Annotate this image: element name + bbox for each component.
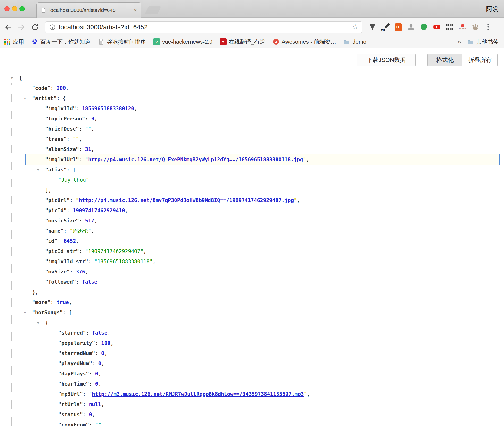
browser-toolbar: localhost:3000/artists?id=6452 ☆ en FE P… bbox=[0, 17, 504, 36]
bookmark-other-bookmarks[interactable]: 其他书签 bbox=[467, 38, 499, 46]
collapse-toggle-icon[interactable]: ▼ bbox=[22, 94, 28, 104]
bookmark-item[interactable]: Y在线翻译_有道 bbox=[220, 38, 265, 46]
bookmark-item[interactable]: 百度一下，你就知道 bbox=[31, 38, 91, 46]
format-tab[interactable]: 格式化 bbox=[428, 54, 462, 66]
json-token: " bbox=[303, 157, 306, 162]
json-line: "mp3Url": "http://m2.music.126.net/RMJR7… bbox=[0, 389, 504, 399]
json-token: : bbox=[95, 350, 101, 356]
json-token: "alias" bbox=[45, 167, 67, 173]
json-token: , bbox=[91, 146, 94, 152]
json-token: "hearTime" bbox=[58, 381, 89, 387]
qrcode-extension-icon[interactable] bbox=[445, 23, 454, 31]
json-token: 6452 bbox=[64, 238, 76, 244]
json-line: }, bbox=[0, 287, 504, 297]
paw-extension-icon[interactable] bbox=[471, 23, 480, 31]
json-token: true bbox=[57, 299, 69, 305]
bookmarks-overflow-chevron[interactable]: » bbox=[457, 38, 461, 46]
profile-name[interactable]: 阿发 bbox=[486, 5, 499, 13]
shield-extension-icon[interactable] bbox=[420, 23, 428, 31]
collapse-toggle-icon[interactable]: ▼ bbox=[22, 308, 28, 318]
profile-extension-icon[interactable] bbox=[407, 23, 415, 31]
fehelper-extension-icon[interactable]: FE bbox=[394, 23, 403, 31]
json-token: 0 bbox=[98, 361, 101, 366]
json-token: : bbox=[79, 248, 85, 254]
window-zoom-button[interactable] bbox=[19, 6, 25, 11]
bookmark-label: demo bbox=[352, 39, 366, 45]
reload-button[interactable] bbox=[30, 22, 40, 32]
json-token: : bbox=[79, 157, 85, 162]
page-info-icon[interactable] bbox=[49, 24, 56, 31]
json-token: ], bbox=[45, 187, 51, 193]
json-line: "id": 6452, bbox=[0, 236, 504, 246]
json-token: , bbox=[94, 116, 97, 122]
address-bar[interactable]: localhost:3000/artists?id=6452 ☆ bbox=[45, 21, 362, 33]
json-line: "name": "周杰伦", bbox=[0, 226, 504, 236]
json-token: " bbox=[76, 197, 79, 203]
json-token: { bbox=[45, 320, 48, 326]
json-token: , bbox=[134, 106, 137, 111]
json-token: , bbox=[91, 126, 94, 132]
json-token: : bbox=[76, 106, 82, 111]
json-line: ], bbox=[0, 185, 504, 195]
collapse-toggle-icon[interactable]: ▼ bbox=[35, 318, 41, 328]
json-token: , bbox=[297, 197, 300, 203]
bookmark-star-icon[interactable]: ☆ bbox=[352, 22, 359, 31]
json-url-link[interactable]: http://p4.music.126.net/8mv7qP30Pd3oHW8b… bbox=[79, 197, 294, 203]
new-tab-button[interactable] bbox=[145, 6, 161, 14]
json-token: "popularity" bbox=[58, 340, 95, 346]
json-line: "img1v1Id": 18569651883380120, bbox=[0, 103, 504, 114]
bookmark-item[interactable]: AAwesomes - 前端资… bbox=[273, 38, 336, 46]
translate-extension-icon[interactable]: en bbox=[381, 23, 390, 31]
window-close-button[interactable] bbox=[4, 6, 10, 11]
fehelper-label: FE bbox=[395, 23, 402, 31]
bookmark-label: 其他书签 bbox=[476, 38, 499, 46]
bookmark-label: 应用 bbox=[13, 38, 24, 46]
browser-menu-icon[interactable] bbox=[484, 23, 493, 31]
json-token: 0 bbox=[91, 116, 94, 122]
json-token: "19097417462929407" bbox=[85, 248, 143, 254]
json-token: null bbox=[89, 401, 101, 407]
json-token: , bbox=[79, 136, 82, 142]
json-line: "albumSize": 31, bbox=[0, 144, 504, 154]
flag-extension-icon[interactable] bbox=[368, 23, 377, 31]
url-text[interactable]: localhost:3000/artists?id=6452 bbox=[59, 24, 148, 31]
json-token: : bbox=[58, 238, 64, 244]
json-token: : bbox=[70, 197, 76, 203]
forward-button[interactable] bbox=[16, 22, 27, 32]
window-minimize-button[interactable] bbox=[12, 6, 17, 11]
collapse-toggle-icon[interactable]: ▼ bbox=[35, 165, 41, 175]
json-line: "mvSize": 376, bbox=[0, 267, 504, 277]
json-line: "topicPerson": 0, bbox=[0, 114, 504, 124]
json-token: "img1v1Id" bbox=[45, 106, 76, 111]
bookmark-item[interactable]: Vvue-hackernews-2.0 bbox=[153, 38, 212, 45]
json-token: : bbox=[89, 381, 95, 387]
json-token: , bbox=[153, 259, 156, 264]
translate-label: en bbox=[381, 27, 385, 31]
json-line: "dayPlays": 0, bbox=[0, 369, 504, 379]
collapse-all-tab[interactable]: 折叠所有 bbox=[462, 54, 497, 66]
json-token: : bbox=[83, 412, 89, 417]
json-line: "status": 0, bbox=[0, 409, 504, 420]
bookmark-item[interactable]: demo bbox=[343, 38, 366, 45]
json-token: : bbox=[50, 85, 57, 91]
json-url-link[interactable]: http://p4.music.126.net/Q_ExePNkmqB2yWyL… bbox=[88, 157, 303, 162]
tab-title: localhost:3000/artists?id=645 bbox=[49, 7, 132, 13]
tab-close-icon[interactable]: × bbox=[134, 7, 137, 13]
json-token: "" bbox=[73, 136, 79, 142]
back-button[interactable] bbox=[3, 22, 14, 32]
youtube-extension-icon[interactable] bbox=[432, 23, 441, 31]
json-token: " bbox=[304, 391, 307, 397]
bookmark-apps[interactable]: 应用 bbox=[4, 38, 24, 46]
browser-tab[interactable]: localhost:3000/artists?id=645 × bbox=[36, 2, 141, 18]
json-token: " bbox=[294, 197, 297, 203]
download-json-button[interactable]: 下载JSON数据 bbox=[357, 54, 416, 66]
json-token: : bbox=[95, 340, 101, 346]
json-url-link[interactable]: http://m2.music.126.net/RMJR7wDullRqppBk… bbox=[92, 391, 304, 397]
player-extension-icon[interactable]: PLAYER bbox=[458, 23, 467, 31]
bookmark-item[interactable]: 谷歌按时间排序 bbox=[98, 38, 146, 46]
collapse-toggle-icon[interactable]: ▼ bbox=[9, 73, 15, 83]
bookmark-label: vue-hackernews-2.0 bbox=[162, 39, 212, 45]
json-token: , bbox=[101, 401, 104, 407]
json-token: : bbox=[89, 371, 95, 377]
json-token: 517 bbox=[85, 218, 94, 224]
